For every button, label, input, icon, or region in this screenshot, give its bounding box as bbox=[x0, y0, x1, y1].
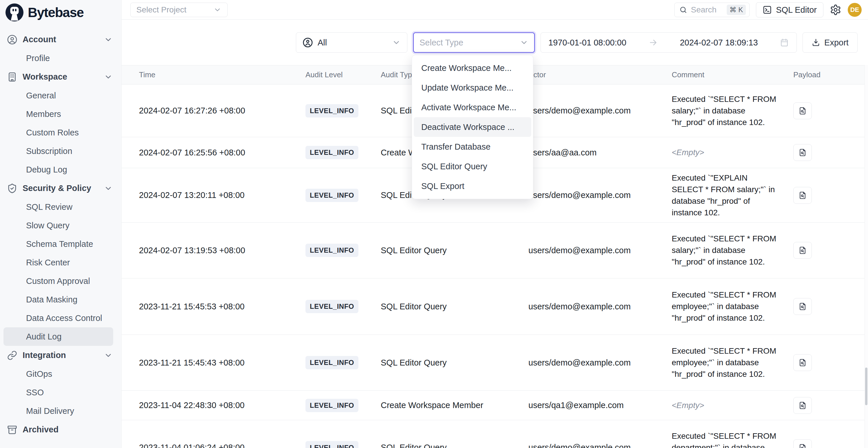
sidebar-section-workspace[interactable]: Workspace bbox=[0, 67, 121, 86]
cell-comment: <Empty> bbox=[661, 400, 783, 411]
cell-actor: users/demo@example.com bbox=[518, 302, 661, 311]
topbar: Select Project Search ⌘ K SQL Editor DE bbox=[122, 0, 868, 20]
audit-level-badge: LEVEL_INFO bbox=[305, 104, 359, 118]
sidebar-item-sso[interactable]: SSO bbox=[3, 383, 113, 402]
payload-view-button[interactable] bbox=[793, 354, 812, 371]
sidebar-item-sql-review[interactable]: SQL Review bbox=[3, 198, 113, 216]
payload-view-button[interactable] bbox=[793, 439, 812, 448]
sql-editor-button[interactable]: SQL Editor bbox=[756, 2, 824, 18]
payload-view-button[interactable] bbox=[793, 242, 812, 259]
sidebar-item-slow-query[interactable]: Slow Query bbox=[3, 216, 113, 235]
payload-view-button[interactable] bbox=[793, 144, 812, 161]
audit-level-badge: LEVEL_INFO bbox=[305, 146, 359, 159]
col-header-payload: Payload bbox=[783, 70, 861, 79]
table-row: 2023-11-04 22:48:30 +08:00 LEVEL_INFO Cr… bbox=[122, 391, 868, 420]
chevron-down-icon bbox=[520, 38, 528, 47]
sidebar-nav: Account Profile Workspace General Member… bbox=[0, 30, 121, 439]
sidebar-item-members[interactable]: Members bbox=[3, 105, 113, 123]
section-label: Workspace bbox=[23, 72, 99, 82]
cell-actor: users/demo@example.com bbox=[518, 358, 661, 367]
chevron-down-icon bbox=[104, 73, 113, 81]
arrow-right-icon bbox=[648, 38, 658, 47]
scrollbar-thumb[interactable] bbox=[865, 367, 867, 405]
building-icon bbox=[7, 72, 18, 82]
project-select-placeholder: Select Project bbox=[136, 5, 186, 14]
sidebar-item-schema-template[interactable]: Schema Template bbox=[3, 235, 113, 253]
payload-view-button[interactable] bbox=[793, 187, 812, 204]
file-search-icon bbox=[798, 443, 807, 448]
sidebar-item-custom-approval[interactable]: Custom Approval bbox=[3, 272, 113, 290]
bytebase-app: Bytebase Account Profile Workspace Gener… bbox=[0, 0, 868, 448]
sidebar-item-mail-delivery[interactable]: Mail Delivery bbox=[3, 402, 113, 420]
file-search-icon bbox=[798, 148, 807, 157]
cell-time: 2024-02-07 13:19:53 +08:00 bbox=[129, 246, 295, 255]
chevron-down-icon bbox=[104, 35, 113, 44]
dropdown-item-sql-export[interactable]: SQL Export bbox=[414, 176, 531, 196]
payload-view-button[interactable] bbox=[793, 298, 812, 315]
payload-view-button[interactable] bbox=[793, 397, 812, 414]
chevron-down-icon bbox=[104, 351, 113, 360]
cell-audit-type: Create Workspace Member bbox=[371, 401, 518, 410]
member-filter-select[interactable]: All bbox=[296, 32, 407, 53]
dropdown-item-update-workspace-member[interactable]: Update Workspace Me... bbox=[414, 78, 531, 98]
table-row: 2023-11-21 15:45:53 +08:00 LEVEL_INFO SQ… bbox=[122, 279, 868, 335]
cell-time: 2024-02-07 13:20:11 +08:00 bbox=[129, 190, 295, 200]
scrollbar-track[interactable] bbox=[865, 65, 868, 448]
sidebar-item-data-masking[interactable]: Data Masking bbox=[3, 290, 113, 309]
search-input[interactable]: Search ⌘ K bbox=[674, 3, 750, 17]
type-filter-dropdown: Create Workspace Me... Update Workspace … bbox=[412, 55, 533, 199]
file-search-icon bbox=[798, 106, 807, 115]
date-range-picker[interactable]: 1970-01-01 08:00:00 2024-02-07 18:09:13 bbox=[540, 32, 797, 53]
type-filter-select[interactable]: Select Type bbox=[413, 32, 535, 53]
avatar[interactable]: DE bbox=[848, 3, 862, 17]
sidebar-section-account[interactable]: Account bbox=[0, 30, 121, 49]
cell-comment: Executed `"SELECT * FROM salary;"` in da… bbox=[661, 233, 783, 268]
gear-icon[interactable] bbox=[830, 4, 841, 15]
cell-audit-type: SQL Editor Query bbox=[371, 302, 518, 311]
main-area: Select Project Search ⌘ K SQL Editor DE bbox=[122, 0, 868, 448]
section-label: Integration bbox=[23, 350, 99, 360]
audit-level-badge: LEVEL_INFO bbox=[305, 189, 359, 202]
sidebar: Bytebase Account Profile Workspace Gener… bbox=[0, 0, 122, 448]
link-icon bbox=[7, 350, 18, 361]
cell-time: 2023-11-21 15:45:43 +08:00 bbox=[129, 358, 295, 367]
member-filter-value: All bbox=[318, 38, 327, 47]
dropdown-item-transfer-database[interactable]: Transfer Database bbox=[414, 137, 531, 157]
cell-actor: users/qa1@example.com bbox=[518, 401, 661, 410]
sidebar-section-security-policy[interactable]: Security & Policy bbox=[0, 179, 121, 198]
project-select[interactable]: Select Project bbox=[130, 3, 227, 17]
sql-editor-label: SQL Editor bbox=[776, 5, 817, 15]
search-shortcut-badge: ⌘ K bbox=[727, 5, 746, 15]
export-button[interactable]: Export bbox=[803, 32, 858, 53]
filter-row: All Select Type 1970-01-01 08:00:00 2024… bbox=[296, 32, 858, 53]
col-header-audit-level: Audit Level bbox=[295, 70, 371, 79]
sidebar-section-integration[interactable]: Integration bbox=[0, 346, 121, 365]
dropdown-item-create-workspace-member[interactable]: Create Workspace Me... bbox=[414, 58, 531, 78]
audit-level-badge: LEVEL_INFO bbox=[305, 399, 359, 412]
table-row: 2024-02-07 13:19:53 +08:00 LEVEL_INFO SQ… bbox=[122, 223, 868, 279]
sidebar-item-gitops[interactable]: GitOps bbox=[3, 365, 113, 383]
cell-time: 2023-11-04 01:06:24 +08:00 bbox=[129, 443, 295, 448]
sidebar-item-audit-log[interactable]: Audit Log bbox=[3, 327, 113, 346]
file-search-icon bbox=[798, 191, 807, 200]
cell-comment: <Empty> bbox=[661, 147, 783, 158]
dropdown-item-sql-editor-query[interactable]: SQL Editor Query bbox=[414, 157, 531, 176]
table-row: 2023-11-21 15:45:43 +08:00 LEVEL_INFO SQ… bbox=[122, 335, 868, 391]
cell-actor: users/demo@example.com bbox=[518, 443, 661, 448]
sidebar-item-general[interactable]: General bbox=[3, 86, 113, 105]
bytebase-logo-icon bbox=[5, 3, 24, 22]
calendar-icon bbox=[780, 38, 789, 47]
brand-logo[interactable]: Bytebase bbox=[0, 0, 121, 22]
sidebar-item-risk-center[interactable]: Risk Center bbox=[3, 253, 113, 272]
file-search-icon bbox=[798, 401, 807, 410]
sidebar-item-subscription[interactable]: Subscription bbox=[3, 142, 113, 160]
sidebar-item-debug-log[interactable]: Debug Log bbox=[3, 160, 113, 179]
payload-view-button[interactable] bbox=[793, 102, 812, 119]
sidebar-item-profile[interactable]: Profile bbox=[3, 49, 113, 67]
sidebar-section-archived[interactable]: Archived bbox=[0, 420, 121, 439]
sidebar-item-custom-roles[interactable]: Custom Roles bbox=[3, 123, 113, 142]
cell-actor: users/aa@aa.com bbox=[518, 148, 661, 157]
dropdown-item-activate-workspace-member[interactable]: Activate Workspace Me... bbox=[414, 98, 531, 117]
sidebar-item-data-access-control[interactable]: Data Access Control bbox=[3, 309, 113, 327]
dropdown-item-deactivate-workspace-member[interactable]: Deactivate Workspace ... bbox=[414, 117, 531, 137]
